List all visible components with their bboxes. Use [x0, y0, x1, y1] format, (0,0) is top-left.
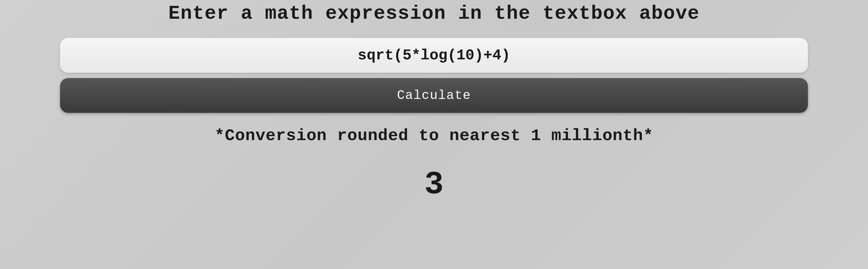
- calculate-button[interactable]: Calculate: [60, 78, 808, 113]
- result-value: 3: [424, 167, 444, 203]
- input-container: [60, 38, 808, 73]
- conversion-note: *Conversion rounded to nearest 1 million…: [215, 126, 654, 145]
- instruction-text: Enter a math expression in the textbox a…: [168, 3, 700, 25]
- math-expression-input[interactable]: [60, 38, 808, 73]
